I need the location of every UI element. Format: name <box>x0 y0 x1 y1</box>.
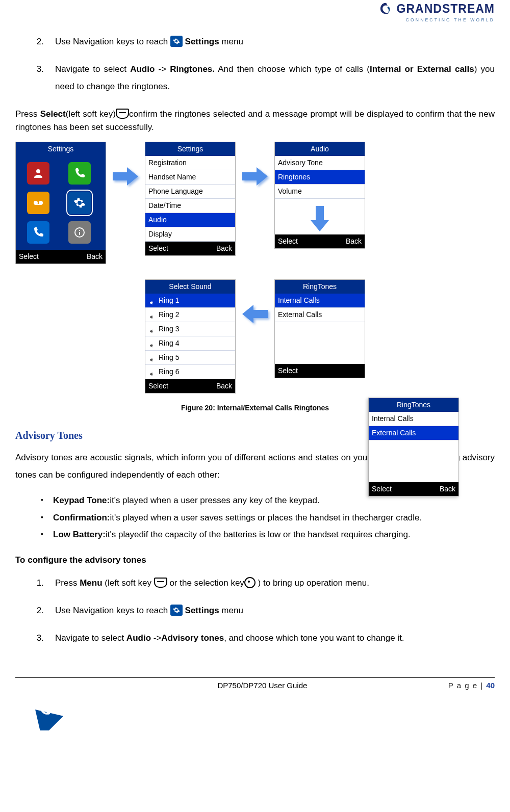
call-app-icon <box>68 162 91 185</box>
footer-corner-graphic <box>15 695 495 715</box>
phone-settings-list: Settings RegistrationHandset NamePhone L… <box>145 142 236 256</box>
menu-item: Ring 1 <box>145 294 235 308</box>
brand-tagline: CONNECTING THE WORLD <box>388 17 495 23</box>
menu-item: Ring 2 <box>145 308 235 322</box>
tone-confirmation: Confirmation:it's played when a user sav… <box>41 509 495 527</box>
menu-item: Volume <box>275 185 365 199</box>
phone-ringtones-b: RingTones Internal CallsExternal Calls S… <box>368 398 459 496</box>
svg-rect-5 <box>79 232 80 235</box>
settings-app-icon <box>170 36 183 47</box>
phone-settings-grid: Settings SelectBack <box>15 142 106 264</box>
contacts-app-icon <box>27 162 49 185</box>
selectkey-icon <box>244 577 256 588</box>
menu-item: Audio <box>145 213 235 227</box>
menu-item: Registration <box>145 156 235 170</box>
page-header: GRANDSTREAM CONNECTING THE WORLD <box>15 0 495 27</box>
menu-item: Ring 5 <box>145 351 235 365</box>
svg-rect-2 <box>36 204 41 205</box>
settings-app-icon <box>68 192 91 214</box>
advisory-tones-list: Keypad Tone:it's played when a user pres… <box>15 492 495 543</box>
svg-marker-8 <box>311 206 329 231</box>
arrow-right-icon <box>241 167 269 186</box>
phone-select-sound: Select Sound Ring 1Ring 2Ring 3Ring 4Rin… <box>145 279 236 394</box>
callhistory-app-icon <box>27 221 49 244</box>
menu-item: Ringtones <box>275 170 365 185</box>
phone-ringtones-a: RingTones Internal CallsExternal Calls S… <box>274 279 365 378</box>
brand-logo: GRANDSTREAM CONNECTING THE WORLD <box>378 0 495 23</box>
menu-item: Display <box>145 227 235 242</box>
menu-item: External Calls <box>369 426 458 440</box>
arrow-down-icon <box>275 203 365 234</box>
adv-step-3: Navigate to select Audio ->Advisory tone… <box>51 630 495 657</box>
page-footer: DP750/DP720 User Guide P a g e | 40 <box>15 677 495 692</box>
menu-item: Phone Language <box>145 185 235 199</box>
softkey-icon <box>116 109 129 119</box>
menu-item: Ring 4 <box>145 336 235 351</box>
adv-step-2: Use Navigation keys to reach Settings me… <box>51 602 495 630</box>
menu-item: Advisory Tone <box>275 156 365 170</box>
svg-marker-6 <box>113 167 138 186</box>
menu-item: Internal Calls <box>275 294 365 308</box>
menu-item: External Calls <box>275 308 365 322</box>
step-2: Use Navigation keys to reach Settings me… <box>51 33 495 61</box>
confirm-paragraph: Press Select(left soft key)confirm the r… <box>15 108 495 134</box>
tone-low-battery: Low Battery:it's playedif the capacity o… <box>41 526 495 543</box>
brand-name: GRANDSTREAM <box>397 0 495 18</box>
screenshot-row-1: Settings SelectBack Settings Registratio… <box>15 142 495 264</box>
softkey-icon <box>154 578 167 588</box>
adv-step-1: Press Menu (left soft key or the selecti… <box>51 574 495 602</box>
menu-item: Internal Calls <box>369 412 458 426</box>
status-app-icon <box>68 221 91 244</box>
svg-rect-4 <box>79 230 80 231</box>
arrow-right-icon <box>111 167 140 186</box>
svg-marker-7 <box>242 167 268 186</box>
footer-page-label: P a g e | 40 <box>448 680 495 692</box>
settings-app-icon <box>170 605 183 616</box>
step-3: Navigate to select Audio -> Ringtones. A… <box>51 61 495 106</box>
svg-marker-9 <box>242 305 268 323</box>
phone-audio-list: Audio Advisory ToneRingtonesVolume Selec… <box>274 142 365 249</box>
advisory-steps-list: Press Menu (left soft key or the selecti… <box>15 574 495 657</box>
voicemail-app-icon <box>27 192 49 214</box>
menu-item: Date/Time <box>145 199 235 213</box>
arrow-left-icon <box>241 305 269 323</box>
ringtone-steps-list: Use Navigation keys to reach Settings me… <box>15 33 495 106</box>
grandstream-swirl-icon <box>378 2 393 16</box>
menu-item: Ring 3 <box>145 322 235 336</box>
menu-item: Ring 6 <box>145 365 235 379</box>
phone-audio-block: Audio Advisory ToneRingtonesVolume Selec… <box>274 142 365 249</box>
menu-item: Handset Name <box>145 170 235 185</box>
footer-guide-title: DP750/DP720 User Guide <box>76 680 448 692</box>
screenshot-row-2: Select Sound Ring 1Ring 2Ring 3Ring 4Rin… <box>15 279 495 394</box>
configure-title: To configure the advisory tones <box>15 554 495 567</box>
